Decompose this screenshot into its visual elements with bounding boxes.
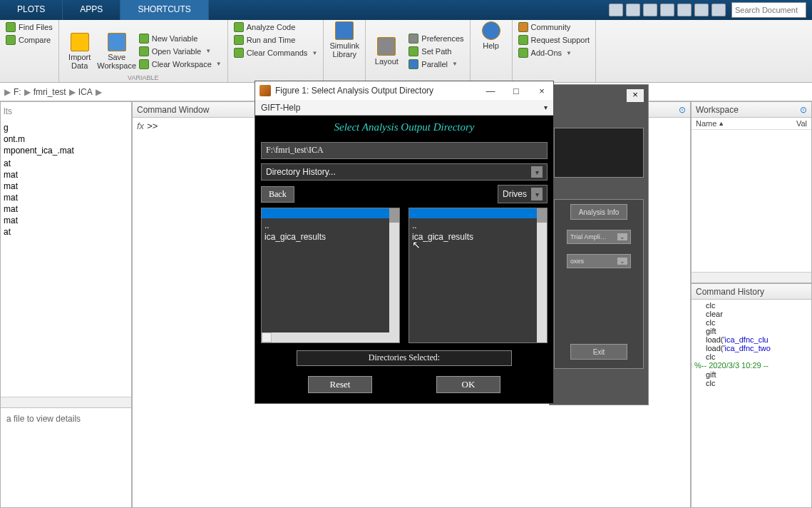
history-date[interactable]: %-- 2020/3/3 10:29 -- [693,361,810,370]
list-item[interactable]: mat [2,192,130,203]
menu-arrow-icon[interactable]: ▾ [544,103,548,111]
request-support-button[interactable]: Request Support [515,34,593,46]
breadcrumb-drive[interactable]: F: [14,87,21,97]
chevron-down-icon: ⌄ [617,233,627,240]
history-item[interactable]: clc [693,352,810,361]
reset-button[interactable]: Reset [308,376,372,393]
dialog-titlebar[interactable]: Figure 1: Select Analysis Output Directo… [255,81,553,100]
command-history-list[interactable]: clc clear clc gift load(load('ica_dfnc_c… [692,300,811,507]
list-item[interactable]: mat [2,215,130,226]
search-input[interactable] [731,2,806,18]
qa-icon-3[interactable] [643,4,657,16]
close-icon[interactable]: × [535,86,549,96]
minimize-icon[interactable]: — [483,86,498,96]
qa-icon-1[interactable] [609,4,623,16]
layout-button[interactable]: Layout [369,21,404,81]
list-item[interactable]: mponent_ica_.mat [2,145,130,156]
find-files-button[interactable]: Find Files [3,21,56,33]
community-button[interactable]: Community [515,21,593,33]
list-item[interactable]: g [2,122,130,133]
list-item[interactable]: mat [2,181,130,192]
collapse-icon[interactable]: ⊙ [679,105,686,115]
history-item[interactable]: load(load('ica_dfnc_clu'ica_dfnc_clu [693,335,810,344]
history-item[interactable]: load('ica_dfnc_two [693,344,810,352]
breadcrumb-seg2[interactable]: ICA [78,87,93,97]
list-item[interactable]: ont.m [2,133,130,145]
directory-history-dropdown[interactable]: Directory History... ▾ [261,163,548,181]
trial-ampl-dropdown[interactable]: Trial Ampli…⌄ [567,230,631,244]
run-time-button[interactable]: Run and Time [231,34,321,46]
listbox-selection [262,208,399,218]
path-input[interactable]: F:\fmri_test\ICA [261,142,548,159]
vertical-scrollbar[interactable] [389,208,399,342]
addons-button[interactable]: Add-Ons▼ [515,47,593,59]
history-item[interactable]: clc [693,301,810,310]
history-item[interactable]: clear [693,310,810,318]
chevron-down-icon: ⌄ [617,258,627,265]
chevron-down-icon: ▾ [531,166,543,178]
list-item[interactable]: at [2,158,130,169]
simulink-button[interactable]: Simulink Library [327,21,362,59]
history-item[interactable]: gift [693,327,810,335]
list-item[interactable]: .. [264,220,396,231]
vertical-scrollbar[interactable] [537,208,547,342]
select-directory-dialog: Figure 1: Select Analysis Output Directo… [255,81,554,404]
list-item[interactable]: ica_gica_results [264,231,396,243]
directory-lists: .. ica_gica_results ◂▸ .. ica_gica_resul… [261,208,548,343]
list-item[interactable]: mat [2,203,130,215]
qa-icon-6[interactable] [694,4,709,16]
list-item[interactable]: .. [412,220,544,231]
workspace-columns[interactable]: Name▲ Val [692,118,811,130]
compare-button[interactable]: Compare [3,34,56,46]
set-path-button[interactable]: Set Path [406,46,466,57]
directories-selected-label: Directories Selected: [297,350,512,366]
analysis-info-button[interactable]: Analysis Info [570,204,627,220]
history-item[interactable]: gift [693,370,810,379]
list-item[interactable]: ica_gica_results [412,231,544,243]
dialog-menu[interactable]: GIFT-Help ▾ [255,100,553,116]
preferences-button[interactable]: Preferences [406,33,466,44]
breadcrumb-seg1[interactable]: fmri_test [34,87,66,97]
analyze-code-button[interactable]: Analyze Code [231,21,321,33]
workspace-body[interactable] [692,130,811,272]
tab-shortcuts[interactable]: SHORTCUTS [120,0,208,20]
boxes-dropdown[interactable]: oxes⌄ [567,254,631,268]
file-list[interactable]: lts g ont.m mponent_ica_.mat at mat mat … [1,102,131,397]
history-item[interactable]: clc [693,379,810,387]
drives-dropdown[interactable]: Drives ▾ [498,185,548,203]
qa-icon-4[interactable] [660,4,674,16]
support-icon [518,35,528,45]
save-workspace-button[interactable]: Save Workspace [99,21,135,81]
ws-hscroll[interactable] [692,272,811,283]
right-listbox[interactable]: .. ica_gica_results [408,208,548,343]
qa-icon-2[interactable] [626,4,640,16]
workspace-panel: Workspace ⊙ Name▲ Val [691,101,812,283]
parallel-button[interactable]: Parallel▼ [406,59,466,70]
tab-apps[interactable]: APPS [63,0,120,20]
list-item[interactable]: mat [2,169,130,181]
qa-icon-5[interactable] [677,4,692,16]
command-history-panel: Command History clc clear clc gift load(… [691,283,812,508]
tab-plots[interactable]: PLOTS [0,0,63,20]
clear-commands-button[interactable]: Clear Commands▼ [231,47,321,59]
help-icon[interactable] [711,4,726,16]
close-icon[interactable]: × [627,89,644,102]
list-item[interactable]: at [2,226,130,238]
import-data-button[interactable]: Import Data [62,21,98,81]
history-item[interactable]: clc [693,318,810,327]
layout-icon [377,37,396,56]
collapse-icon[interactable]: ⊙ [800,105,807,115]
exit-button[interactable]: Exit [570,344,627,360]
current-folder-panel: lts g ont.m mponent_ica_.mat at mat mat … [0,101,132,508]
left-listbox[interactable]: .. ica_gica_results ◂▸ [261,208,400,343]
maximize-icon[interactable]: □ [509,86,523,96]
horizontal-scrollbar[interactable]: ◂▸ [262,332,399,342]
gear-icon [408,34,418,44]
open-variable-button[interactable]: Open Variable▼ [136,46,225,57]
file-hscroll[interactable] [1,397,131,407]
clear-workspace-button[interactable]: Clear Workspace▼ [136,59,225,70]
help-button[interactable]: Help [473,21,509,50]
new-variable-button[interactable]: New Variable [136,33,225,44]
back-button[interactable]: Back [261,186,294,203]
ok-button[interactable]: OK [436,376,500,393]
